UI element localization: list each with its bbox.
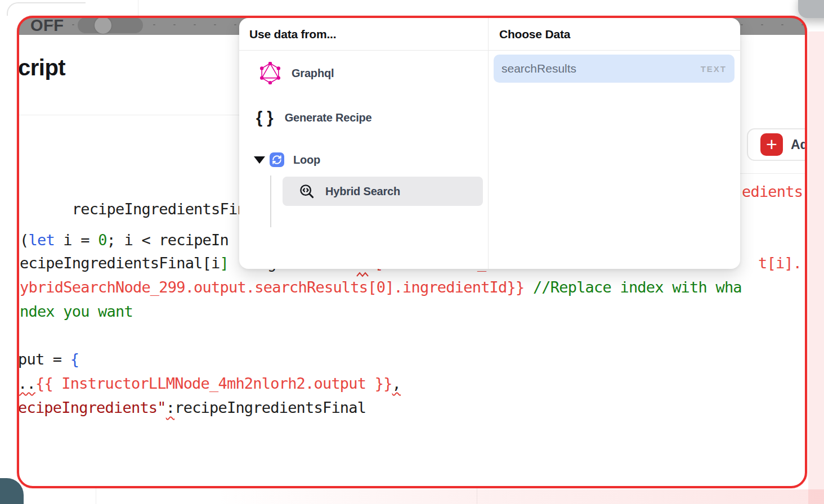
script-node-panel: OFF cript + Ad recipeIngredientsFinal ed… [17,16,807,488]
source-item-label: Graphql [292,67,334,80]
background-node-corner [798,0,824,18]
source-item-label: Loop [293,154,320,166]
code-line: ..{{ InstructorLLMNode_4mh2nlorh2.output… [18,375,401,392]
highlight-tint-right [808,32,824,504]
spellcheck-squiggle [356,272,371,277]
code-line-fragment: edients [742,183,803,200]
source-item-hybrid-search[interactable]: Hybrid Search [283,177,483,206]
popup-header-divider [239,50,740,51]
code-line: recipeIngredientsFinal [20,183,263,235]
graphql-icon [259,62,281,84]
code-line: ecipeIngredients":recipeIngredientsFinal [18,399,366,416]
source-item-loop[interactable]: Loop [254,144,320,176]
background-card-corner [7,2,86,16]
code-search-icon [298,183,315,200]
popup-column-divider [488,18,489,269]
source-item-label: Generate Recipe [285,111,372,124]
code-line: ybridSearchNode_299.output.searchResults… [20,278,742,296]
choose-data-header: Choose Data [499,18,570,50]
code-line: put = { [18,350,79,368]
data-type-badge: TEXT [701,64,727,74]
code-line: ecipeIngredientsFinal[i] [20,254,229,272]
braces-icon: { } [256,109,274,127]
data-picker-popup: Use data from... Choose Data Graphql { } [239,18,740,269]
source-item-label: Hybrid Search [325,185,400,198]
tree-indent-line [270,176,271,227]
canvas-gridline [96,488,96,504]
source-item-generate-recipe[interactable]: { } Generate Recipe [256,102,372,133]
code-line: (let i = 0; i < recipeIn [20,231,229,249]
data-item-searchresults[interactable]: searchResults TEXT [494,55,735,83]
loop-icon [270,152,284,167]
code-line-fragment: t[i]. [758,254,801,272]
highlight-tint-bottom [214,489,824,504]
data-item-label: searchResults [501,62,576,75]
chevron-down-icon[interactable] [254,156,265,164]
canvas-gridline [138,0,138,16]
code-line: ndex you want [20,303,133,320]
source-item-graphql[interactable]: Graphql [259,57,334,89]
use-data-from-header: Use data from... [249,18,336,50]
